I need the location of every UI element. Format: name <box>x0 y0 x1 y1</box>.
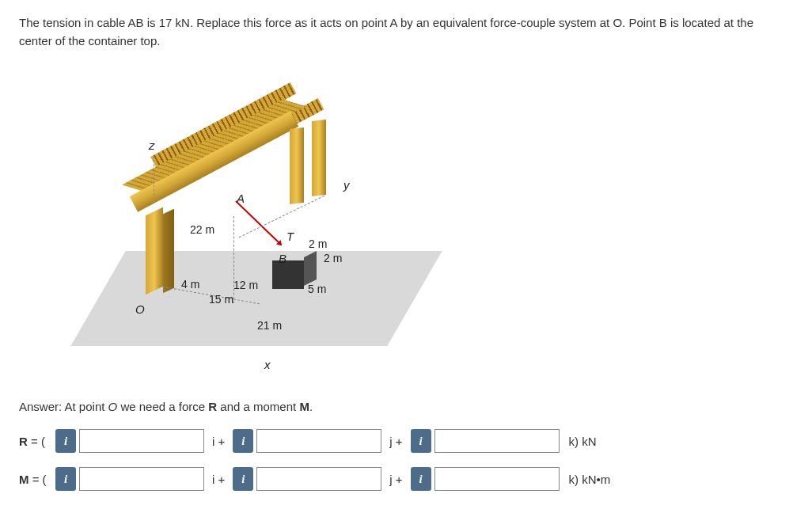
label-z: z <box>149 139 155 152</box>
dim-4m: 4 m <box>181 278 199 291</box>
dim-15m: 15 m <box>209 293 233 306</box>
label-T: T <box>286 230 294 243</box>
dim-21m: 21 m <box>257 319 282 332</box>
unit-R: k) kN <box>563 435 597 448</box>
input-M-k[interactable] <box>434 467 560 491</box>
gantry-leg-left-side <box>163 209 174 294</box>
dim-5m: 5 m <box>308 283 326 295</box>
dim-22m: 22 m <box>190 223 214 236</box>
info-button[interactable]: i <box>411 467 431 491</box>
dim-2m-a: 2 m <box>309 238 327 250</box>
container <box>272 260 304 289</box>
answer-prompt: Answer: At point O we need a force R and… <box>19 400 774 413</box>
op-i-plus: i + <box>207 473 230 486</box>
input-R-j[interactable] <box>256 429 381 453</box>
info-button[interactable]: i <box>55 467 76 491</box>
op-j-plus: j + <box>385 473 407 486</box>
label-y: y <box>343 178 350 192</box>
gantry-leg-left <box>146 207 163 294</box>
op-i-plus: i + <box>207 435 230 448</box>
answer-row-R: R = ( i i + i j + i k) kN <box>19 429 774 453</box>
figure: z A y T B O x 22 m 4 m 12 m 15 m 21 m 2 … <box>51 69 431 378</box>
row-label-R: R = ( <box>19 435 52 448</box>
input-M-i[interactable] <box>79 467 204 491</box>
info-button[interactable]: i <box>233 467 253 491</box>
input-R-k[interactable] <box>434 429 560 453</box>
info-button[interactable]: i <box>55 429 76 453</box>
label-x: x <box>264 358 271 371</box>
dim-12m: 12 m <box>233 279 258 291</box>
input-R-i[interactable] <box>79 429 204 453</box>
row-label-M: M = ( <box>19 473 52 486</box>
ground-plane <box>70 251 442 346</box>
info-button[interactable]: i <box>233 429 253 453</box>
gantry-leg-right <box>312 120 326 196</box>
cable-tension-vector <box>235 200 282 245</box>
label-A: A <box>237 192 245 205</box>
dim-2m-b: 2 m <box>324 252 342 264</box>
axis-z-dash <box>154 156 154 196</box>
problem-statement: The tension in cable AB is 17 kN. Replac… <box>19 14 774 50</box>
label-B: B <box>279 252 286 265</box>
gantry-leg-right <box>290 127 304 204</box>
unit-M: k) kN•m <box>563 473 611 486</box>
op-j-plus: j + <box>385 435 407 448</box>
input-M-j[interactable] <box>256 467 381 491</box>
info-button[interactable]: i <box>411 429 431 453</box>
label-O: O <box>135 302 145 316</box>
answer-row-M: M = ( i i + i j + i k) kN•m <box>19 467 774 491</box>
